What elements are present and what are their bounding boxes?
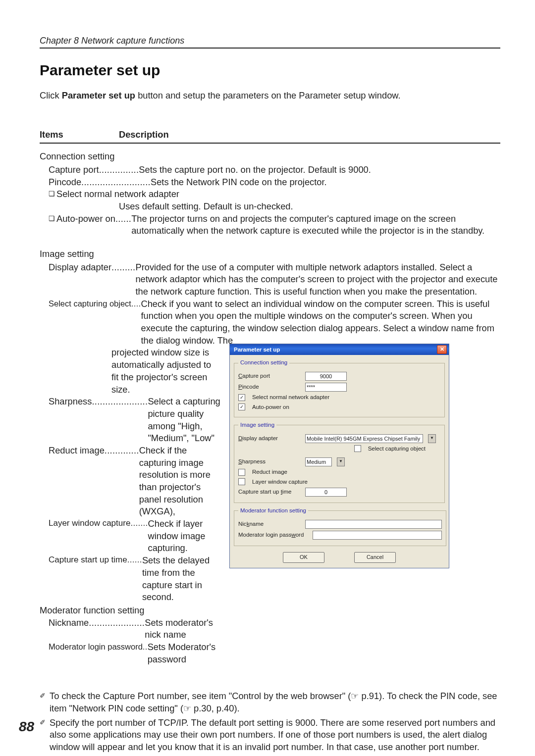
row-nickname: Nickname..................... Sets moder…	[40, 617, 220, 641]
desc-layer: Check if layer window image capturing.	[148, 518, 220, 554]
intro-after: button and setup the parameters on the P…	[135, 90, 401, 101]
dots: .......	[130, 518, 148, 529]
term-reduct: Reduct image	[49, 445, 105, 457]
desc-select-adapter: Uses default setting. Default is un-chec…	[119, 201, 500, 213]
desc-mod-password: Sets Moderator's password	[148, 641, 220, 665]
row-sharpness: Sharpness..................... Select a …	[40, 396, 220, 445]
checkbox-select-object[interactable]	[354, 445, 361, 452]
note-icon: ✐	[40, 690, 50, 714]
term-mod-password: Moderator login password	[49, 641, 143, 652]
input-startup[interactable]: 0	[305, 488, 347, 497]
row-auto-power: ❏Auto-power on...... The projector turns…	[40, 213, 500, 237]
group-image: Image setting Display adapter Mobile Int…	[234, 421, 445, 503]
checkbox-select-adapter[interactable]: ✓	[238, 394, 245, 401]
lbl-nickname: Nickname	[238, 520, 300, 528]
intro-paragraph: Click Parameter set up button and setup …	[40, 90, 500, 102]
cancel-button[interactable]: Cancel	[354, 552, 396, 563]
dots: .....................	[89, 617, 145, 629]
dots: ..	[143, 641, 148, 652]
note-2: Specify the port number of TCP/IP. The d…	[50, 717, 500, 754]
dots: ......	[115, 213, 131, 225]
page: Chapter 8 Network capture functions Para…	[0, 0, 535, 756]
desc-select-capobj-a: Check if you want to select an individua…	[141, 298, 500, 347]
legend-moderator: Moderator function setting	[238, 507, 308, 515]
lbl-layer: Layer window capture	[252, 478, 308, 486]
header-items: Items	[40, 129, 119, 141]
dialog-titlebar[interactable]: Parameter set up ✕	[230, 344, 449, 355]
row-startup: Capture start up time ...... Sets the de…	[40, 554, 220, 604]
section-connection-label: Connection setting	[40, 151, 500, 163]
legend-connection: Connection setting	[238, 359, 289, 367]
chapter-heading: Chapter 8 Network capture functions	[40, 35, 500, 49]
input-pincode[interactable]: ****	[305, 383, 347, 392]
dots: .............	[105, 445, 139, 457]
page-number: 88	[19, 717, 34, 736]
dots: .........	[111, 261, 135, 274]
section-image-label: Image setting	[40, 248, 500, 260]
desc-auto-power: The projector turns on and projects the …	[131, 213, 500, 237]
desc-select-capobj-b: projected window size is automatically a…	[111, 347, 220, 396]
term-sharpness: Sharpness	[49, 396, 92, 408]
lbl-startup: Capture start up time	[238, 488, 300, 496]
term-nickname: Nickname	[49, 617, 89, 629]
term-display-adapter: Display adapter	[49, 261, 111, 274]
header-description: Description	[119, 129, 500, 141]
desc-display-adapter: Provided for the use of a computer with …	[135, 261, 500, 298]
input-nickname[interactable]	[305, 520, 442, 529]
lbl-select-adapter: Select normal network adapter	[252, 394, 329, 402]
section-moderator-label: Moderator function setting	[40, 605, 220, 617]
lbl-pincode: Pincode	[238, 383, 300, 391]
ok-button[interactable]: OK	[283, 552, 324, 563]
checkbox-layer[interactable]	[238, 478, 245, 485]
term-startup: Capture start up time	[49, 554, 127, 566]
table-header: Items Description	[40, 129, 500, 144]
input-mod-password[interactable]	[313, 531, 442, 540]
lbl-reduct: Reduct image	[252, 468, 287, 476]
dots: .....................	[92, 396, 148, 408]
checkbox-auto-power[interactable]: ✓	[238, 403, 245, 410]
lbl-auto-power: Auto-power on	[252, 403, 289, 411]
lbl-mod-password: Moderator login password	[238, 531, 308, 539]
desc-sharpness: Select a capturing picture quality among…	[148, 396, 220, 445]
intro-bold: Parameter set up	[62, 90, 135, 101]
chevron-down-icon[interactable]: ▼	[428, 434, 436, 443]
row-pincode: Pincode .......................... Sets …	[40, 176, 500, 189]
checkbox-reduct[interactable]	[238, 469, 245, 476]
row-mod-password: Moderator login password.. Sets Moderato…	[40, 641, 220, 665]
notes: ✐To check the Capture Port number, see i…	[40, 690, 500, 756]
parameter-setup-dialog: Parameter set up ✕ Connection setting Ca…	[229, 344, 449, 568]
term-select-capobj: Select capturing object	[49, 298, 131, 309]
desc-reduct: Check if the capturing image resolution …	[139, 445, 220, 518]
term-select-adapter: Select normal network adapter	[56, 188, 179, 201]
row-layer: Layer window capture ....... Check if la…	[40, 518, 220, 554]
note-icon: ✐	[40, 717, 50, 754]
lbl-sharpness: Sharpness	[238, 458, 300, 466]
checkbox-glyph: ❏	[49, 214, 55, 226]
row-reduct: Reduct image ............. Check if the …	[40, 445, 220, 518]
chevron-down-icon[interactable]: ▼	[337, 457, 345, 466]
row-select-adapter: ❏Select normal network adapter	[40, 188, 500, 201]
page-title: Parameter set up	[40, 60, 500, 81]
intro-before: Click	[40, 90, 62, 101]
select-display-adapter[interactable]: Mobile Intel(R) 945GM Express Chipset Fa…	[305, 434, 423, 443]
term-pincode: Pincode	[49, 176, 81, 189]
group-moderator: Moderator function setting Nickname Mode…	[234, 507, 446, 546]
term-capture-port: Capture port	[49, 164, 99, 176]
desc-capture-port: Sets the capture port no. on the project…	[139, 164, 500, 176]
lbl-capture-port: Capture port	[238, 372, 300, 380]
input-capture-port[interactable]: 9000	[305, 372, 347, 381]
note-1: To check the Capture Port number, see it…	[50, 690, 500, 714]
legend-image: Image setting	[238, 421, 276, 429]
lbl-display-adapter: Display adapter	[238, 435, 300, 443]
select-sharpness[interactable]: Medium	[305, 457, 332, 466]
lbl-select-object: Select capturing object	[368, 445, 426, 453]
row-select-capobj: Select capturing object .... Check if yo…	[40, 298, 500, 347]
dots: ..........................	[81, 176, 151, 189]
dots: ...............	[99, 164, 139, 176]
desc-startup: Sets the delayed time from the capture s…	[142, 554, 220, 604]
desc-nickname: Sets moderator's nick name	[145, 617, 220, 641]
row-capture-port: Capture port ............... Sets the ca…	[40, 164, 500, 176]
close-icon[interactable]: ✕	[437, 345, 447, 354]
term-layer: Layer window capture	[49, 518, 130, 529]
dots: ....	[131, 298, 141, 309]
